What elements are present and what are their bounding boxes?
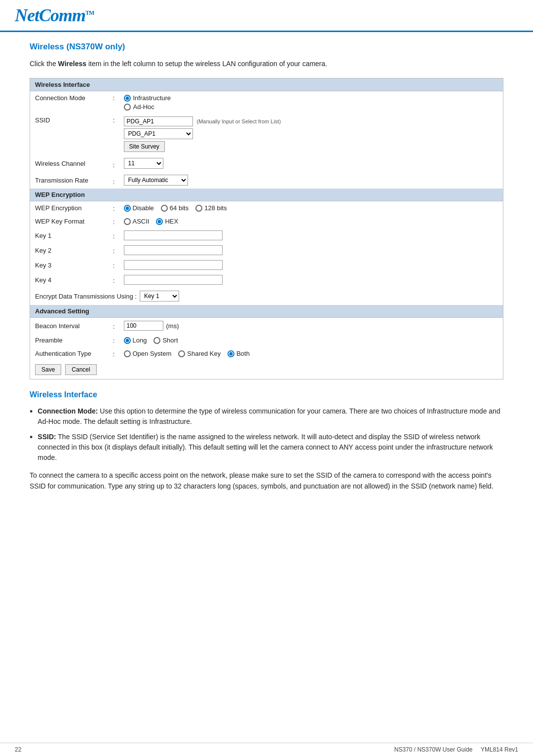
colon-4: :: [109, 172, 119, 189]
encrypt-label: Encrypt Data Transmissions Using :: [35, 293, 137, 300]
wi-bullet-list: • Connection Mode: Use this option to de…: [30, 406, 503, 463]
bullet-dot-2: •: [30, 432, 33, 443]
wep-hex[interactable]: HEX: [156, 218, 178, 225]
wep-encryption-row: WEP Encryption : Disable 64 bits 128 bit…: [30, 201, 503, 215]
key2-row: Key 2 :: [30, 243, 503, 258]
ssid-dropdown[interactable]: PDG_AP1: [124, 128, 193, 139]
logo: NetCommTM: [15, 5, 94, 25]
wireless-channel-row: Wireless Channel : 11: [30, 155, 503, 172]
key1-value: [119, 228, 503, 243]
preamble-options: Long Short: [124, 337, 498, 344]
colon-7: :: [109, 228, 119, 243]
auth-shared[interactable]: Shared Key: [178, 350, 221, 357]
transmission-rate-dropdown[interactable]: Fully Automatic: [124, 175, 188, 186]
auth-type-value: Open System Shared Key Both: [119, 347, 503, 360]
form-buttons: Save Cancel: [30, 360, 503, 379]
transmission-rate-row: Transmission Rate : Fully Automatic: [30, 172, 503, 189]
footer-product-info: NS370 / NS370W User Guide YML814 Rev1: [394, 746, 518, 753]
ssid-label: SSID: [30, 113, 109, 155]
wi-description-title: Wireless Interface: [30, 390, 503, 399]
encrypt-key-dropdown[interactable]: Key 1: [140, 291, 179, 302]
radio-both[interactable]: [228, 350, 234, 357]
radio-disable[interactable]: [124, 205, 131, 212]
connection-mode-label: Connection Mode: [30, 91, 109, 114]
key3-value: [119, 258, 503, 272]
radio-64bits[interactable]: [161, 205, 168, 212]
main-content: Wireless (NS370W only) Click the Wireles…: [0, 32, 533, 513]
colon-10: :: [109, 272, 119, 287]
bullet-connection-mode-text: Connection Mode: Use this option to dete…: [38, 406, 503, 427]
auth-both[interactable]: Both: [228, 350, 250, 357]
preamble-long[interactable]: Long: [124, 337, 147, 344]
beacon-label: Beacon Interval: [30, 318, 109, 334]
colon-2: :: [109, 113, 119, 155]
wep-header-row: WEP Encryption: [30, 189, 503, 201]
radio-open-system[interactable]: [124, 350, 131, 357]
colon-5: :: [109, 201, 119, 215]
wep-64bits[interactable]: 64 bits: [161, 204, 189, 212]
key4-label: Key 4: [30, 272, 109, 287]
connection-mode-adhoc[interactable]: Ad-Hoc: [124, 103, 498, 111]
auth-type-row: Authentication Type : Open System Shared…: [30, 347, 503, 360]
wireless-channel-value: 11: [119, 155, 503, 172]
advanced-header: Advanced Setting: [30, 305, 503, 318]
radio-long[interactable]: [124, 337, 131, 344]
site-survey-button[interactable]: Site Survey: [124, 141, 165, 152]
wi-description-section: Wireless Interface • Connection Mode: Us…: [30, 390, 503, 492]
beacon-unit: (ms): [166, 322, 179, 330]
cancel-button[interactable]: Cancel: [65, 364, 96, 375]
beacon-value: (ms): [119, 318, 503, 334]
key1-row: Key 1 :: [30, 228, 503, 243]
radio-hex[interactable]: [156, 218, 163, 225]
header: NetCommTM: [0, 0, 533, 32]
connection-mode-value: Infrastructure Ad-Hoc: [119, 91, 503, 114]
key2-input[interactable]: [124, 245, 223, 255]
ssid-dropdown-row: PDG_AP1: [124, 128, 498, 139]
settings-table: Wireless Interface Connection Mode : Inf…: [30, 78, 503, 379]
intro-paragraph: Click the Wireless item in the left colu…: [30, 59, 503, 69]
radio-adhoc[interactable]: [124, 104, 131, 111]
radio-ascii[interactable]: [124, 218, 131, 225]
colon-9: :: [109, 258, 119, 272]
radio-short[interactable]: [153, 337, 160, 344]
bullet-ssid: • SSID: The SSID (Service Set Identifier…: [30, 432, 503, 463]
auth-open[interactable]: Open System: [124, 350, 172, 357]
preamble-label: Preamble: [30, 334, 109, 347]
beacon-row: Beacon Interval : (ms): [30, 318, 503, 334]
advanced-header-row: Advanced Setting: [30, 305, 503, 318]
wep-encryption-value: Disable 64 bits 128 bits: [119, 201, 503, 215]
radio-shared-key[interactable]: [178, 350, 185, 357]
preamble-short[interactable]: Short: [153, 337, 178, 344]
bullet-connection-mode: • Connection Mode: Use this option to de…: [30, 406, 503, 427]
encrypt-transmissions-row: Encrypt Data Transmissions Using : Key 1: [30, 287, 503, 305]
wep-128bits[interactable]: 128 bits: [195, 204, 227, 212]
radio-infrastructure[interactable]: [124, 95, 131, 102]
wep-encryption-label: WEP Encryption: [30, 201, 109, 215]
wep-encryption-options: Disable 64 bits 128 bits: [124, 204, 498, 212]
key4-row: Key 4 :: [30, 272, 503, 287]
encrypt-transmissions-cell: Encrypt Data Transmissions Using : Key 1: [30, 287, 503, 305]
connection-mode-infrastructure[interactable]: Infrastructure: [124, 94, 498, 102]
preamble-row: Preamble : Long Short: [30, 334, 503, 347]
footer-page-number: 22: [15, 746, 21, 753]
key3-row: Key 3 :: [30, 258, 503, 272]
wep-keyformat-row: WEP Key Format : ASCII HEX: [30, 215, 503, 228]
ssid-row: SSID : (Manually Input or Select from Li…: [30, 113, 503, 155]
wireless-channel-dropdown[interactable]: 11: [124, 158, 163, 169]
auth-type-label: Authentication Type: [30, 347, 109, 360]
ssid-text-input[interactable]: [124, 116, 193, 126]
key4-input[interactable]: [124, 275, 223, 285]
beacon-input[interactable]: [124, 321, 163, 331]
key1-input[interactable]: [124, 230, 223, 240]
key3-input[interactable]: [124, 260, 223, 270]
radio-128bits[interactable]: [195, 205, 202, 212]
connection-mode-row: Connection Mode : Infrastructure Ad-Hoc: [30, 91, 503, 114]
save-button[interactable]: Save: [35, 364, 61, 375]
bullet-dot-1: •: [30, 407, 33, 417]
site-survey-btn-wrapper: Site Survey: [124, 141, 498, 152]
wep-ascii[interactable]: ASCII: [124, 218, 150, 225]
wep-disable[interactable]: Disable: [124, 204, 154, 212]
wep-header: WEP Encryption: [30, 189, 503, 201]
auth-type-options: Open System Shared Key Both: [124, 350, 498, 357]
transmission-rate-value: Fully Automatic: [119, 172, 503, 189]
